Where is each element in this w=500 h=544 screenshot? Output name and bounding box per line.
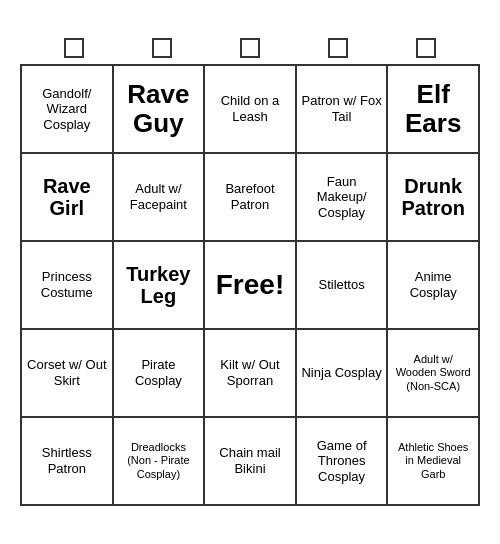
cell-r1-c2[interactable]: Barefoot Patron (205, 154, 297, 242)
cell-r4-c3[interactable]: Game of Thrones Cosplay (297, 418, 389, 506)
cell-text-r1-c2: Barefoot Patron (209, 181, 291, 212)
cell-r4-c4[interactable]: Athletic Shoes in Medieval Garb (388, 418, 480, 506)
cell-r0-c1[interactable]: Rave Guy (114, 66, 206, 154)
cell-text-r4-c3: Game of Thrones Cosplay (301, 438, 383, 485)
cell-r4-c1[interactable]: Dreadlocks (Non - Pirate Cosplay) (114, 418, 206, 506)
checkboxes-row (20, 38, 480, 58)
cell-r1-c1[interactable]: Adult w/ Facepaint (114, 154, 206, 242)
checkbox-3[interactable] (240, 38, 260, 58)
cell-r2-c1[interactable]: Turkey Leg (114, 242, 206, 330)
cell-r4-c2[interactable]: Chain mail Bikini (205, 418, 297, 506)
cell-text-r1-c1: Adult w/ Facepaint (118, 181, 200, 212)
cell-r3-c1[interactable]: Pirate Cosplay (114, 330, 206, 418)
cell-text-r3-c4: Adult w/ Wooden Sword (Non-SCA) (392, 353, 474, 393)
checkbox-5[interactable] (416, 38, 436, 58)
cell-text-r2-c3: Stilettos (318, 277, 364, 293)
cell-r2-c2[interactable]: Free! (205, 242, 297, 330)
cell-text-r0-c4: Elf Ears (392, 80, 474, 137)
checkbox-1[interactable] (64, 38, 84, 58)
cell-r4-c0[interactable]: Shirtless Patron (22, 418, 114, 506)
checkbox-2[interactable] (152, 38, 172, 58)
cell-text-r3-c3: Ninja Cosplay (301, 365, 381, 381)
cell-r0-c3[interactable]: Patron w/ Fox Tail (297, 66, 389, 154)
cell-text-r2-c1: Turkey Leg (118, 263, 200, 307)
cell-text-r3-c1: Pirate Cosplay (118, 357, 200, 388)
cell-text-r4-c2: Chain mail Bikini (209, 445, 291, 476)
cell-r1-c0[interactable]: Rave Girl (22, 154, 114, 242)
cell-text-r2-c4: Anime Cosplay (392, 269, 474, 300)
cell-text-r0-c0: Gandolf/ Wizard Cosplay (26, 86, 108, 133)
cell-r3-c0[interactable]: Corset w/ Out Skirt (22, 330, 114, 418)
cell-r0-c4[interactable]: Elf Ears (388, 66, 480, 154)
cell-text-r1-c4: Drunk Patron (392, 175, 474, 219)
cell-r3-c4[interactable]: Adult w/ Wooden Sword (Non-SCA) (388, 330, 480, 418)
cell-r3-c3[interactable]: Ninja Cosplay (297, 330, 389, 418)
cell-r0-c0[interactable]: Gandolf/ Wizard Cosplay (22, 66, 114, 154)
cell-text-r0-c1: Rave Guy (118, 80, 200, 137)
cell-r2-c4[interactable]: Anime Cosplay (388, 242, 480, 330)
cell-text-r4-c4: Athletic Shoes in Medieval Garb (392, 441, 474, 481)
cell-text-r0-c3: Patron w/ Fox Tail (301, 93, 383, 124)
bingo-grid: Gandolf/ Wizard CosplayRave GuyChild on … (20, 64, 480, 506)
cell-r2-c0[interactable]: Princess Costume (22, 242, 114, 330)
cell-text-r2-c2: Free! (216, 268, 284, 302)
cell-text-r3-c0: Corset w/ Out Skirt (26, 357, 108, 388)
cell-text-r1-c3: Faun Makeup/ Cosplay (301, 174, 383, 221)
checkbox-4[interactable] (328, 38, 348, 58)
cell-r1-c4[interactable]: Drunk Patron (388, 154, 480, 242)
cell-r0-c2[interactable]: Child on a Leash (205, 66, 297, 154)
cell-r1-c3[interactable]: Faun Makeup/ Cosplay (297, 154, 389, 242)
cell-text-r0-c2: Child on a Leash (209, 93, 291, 124)
cell-text-r3-c2: Kilt w/ Out Sporran (209, 357, 291, 388)
cell-r3-c2[interactable]: Kilt w/ Out Sporran (205, 330, 297, 418)
cell-text-r2-c0: Princess Costume (26, 269, 108, 300)
bingo-card: Gandolf/ Wizard CosplayRave GuyChild on … (10, 28, 490, 516)
cell-text-r4-c1: Dreadlocks (Non - Pirate Cosplay) (118, 441, 200, 481)
cell-text-r1-c0: Rave Girl (26, 175, 108, 219)
cell-r2-c3[interactable]: Stilettos (297, 242, 389, 330)
cell-text-r4-c0: Shirtless Patron (26, 445, 108, 476)
